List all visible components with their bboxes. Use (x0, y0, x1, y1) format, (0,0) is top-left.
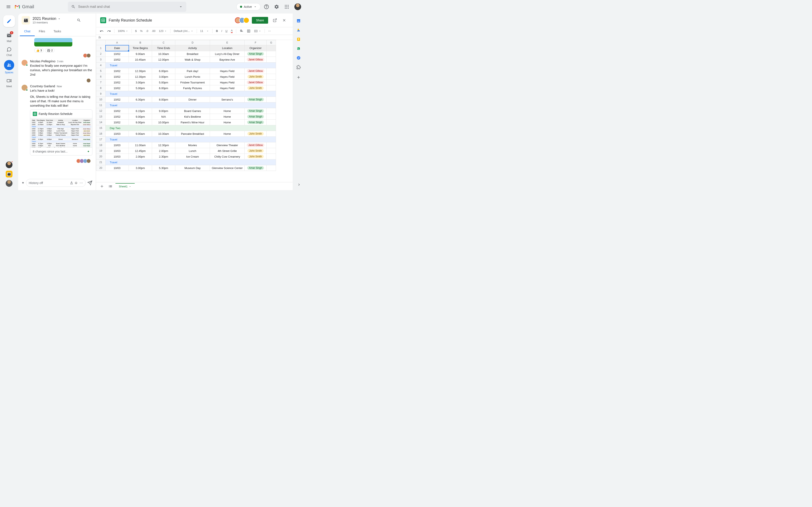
col-header[interactable]: E (210, 40, 245, 45)
cell[interactable] (267, 86, 276, 91)
cell[interactable]: Park day! (175, 68, 210, 74)
tab-chat[interactable]: Chat (20, 27, 35, 36)
cell[interactable]: 12.30pm (129, 68, 152, 74)
share-button[interactable]: Share (252, 17, 268, 24)
cell[interactable]: John Smith (245, 74, 267, 80)
cell[interactable]: 10/03 (105, 154, 129, 160)
cell[interactable]: Travel (105, 62, 276, 68)
document-title[interactable]: Family Reunion Schedule (109, 18, 234, 22)
cell[interactable]: 9.00pm (129, 114, 152, 120)
cell[interactable] (267, 120, 276, 125)
send-button[interactable] (87, 180, 92, 185)
cell[interactable]: Organizer (245, 45, 267, 51)
cell[interactable]: Lunch (175, 148, 210, 154)
cell[interactable]: Frisbee Tournament (175, 80, 210, 86)
nav-chat[interactable]: Chat (2, 44, 16, 58)
cell[interactable] (267, 143, 276, 148)
cell[interactable]: Janet Gilboa (245, 57, 267, 62)
cell[interactable] (267, 45, 276, 51)
cell[interactable]: Museum Day (175, 165, 210, 171)
cell[interactable]: 10/02 (105, 68, 129, 74)
cell[interactable]: 10.30am (152, 51, 175, 57)
cell[interactable]: 10/02 (105, 80, 129, 86)
cell[interactable]: 9.00am (129, 131, 152, 137)
cell[interactable] (267, 165, 276, 171)
cell[interactable]: 12.30pm (152, 143, 175, 148)
chat-image-preview[interactable] (34, 38, 72, 47)
col-header[interactable]: C (152, 40, 175, 45)
tab-files[interactable]: Files (35, 27, 49, 36)
cell[interactable]: Activity (175, 45, 210, 51)
search-options-icon[interactable] (179, 5, 183, 9)
cell[interactable]: 10.30am (152, 131, 175, 137)
nav-meet[interactable]: Meet (2, 76, 16, 90)
cell[interactable]: Amar Singh (245, 97, 267, 103)
cell[interactable]: Janet Gilboa (245, 80, 267, 86)
cell[interactable]: Glenview Theater (210, 143, 245, 148)
calendar-sidebar-button[interactable]: 31 (297, 18, 301, 23)
font-dropdown[interactable]: Default (Ari... (172, 29, 195, 34)
formula-bar[interactable]: fx (96, 35, 293, 40)
chat-shortcut-2[interactable]: 👨‍👩‍👧 (6, 171, 12, 177)
help-button[interactable] (262, 3, 271, 11)
row-header[interactable]: 1 (96, 45, 105, 51)
row-header[interactable]: 20 (96, 154, 105, 160)
cell[interactable]: 10/03 (105, 148, 129, 154)
cell[interactable]: Movies (175, 143, 210, 148)
cell[interactable]: Travel (105, 160, 276, 165)
cell[interactable] (267, 148, 276, 154)
text-color-button[interactable]: A (230, 28, 234, 34)
cell[interactable]: 10.45am (129, 57, 152, 62)
fill-color-button[interactable] (238, 28, 245, 34)
cell[interactable]: 6.30pm (129, 97, 152, 103)
reaction-thumbsup[interactable]: 👍3 (34, 48, 44, 53)
cell[interactable]: Board Games (175, 108, 210, 114)
cell[interactable]: Travel (105, 137, 276, 143)
cell[interactable]: Home (210, 131, 245, 137)
cell[interactable]: 10/02 (105, 57, 129, 62)
cell[interactable]: 10/02 (105, 114, 129, 120)
cell[interactable]: Hayes Field (210, 74, 245, 80)
cell[interactable]: 9.00pm (152, 108, 175, 114)
cell[interactable]: Serrano's (210, 97, 245, 103)
row-header[interactable]: 7 (96, 80, 105, 86)
open-new-button[interactable] (271, 16, 279, 24)
cell[interactable]: 10/03 (105, 165, 129, 171)
apps-button[interactable] (283, 3, 291, 11)
cell[interactable]: Travel (105, 91, 276, 97)
cell[interactable]: 10/03 (105, 143, 129, 148)
cell[interactable]: N/A (152, 114, 175, 120)
cell[interactable]: Janet Gilboa (245, 143, 267, 148)
cell[interactable]: Hayes Field (210, 68, 245, 74)
row-header[interactable]: 12 (96, 108, 105, 114)
increase-decimal-button[interactable]: .00 (150, 29, 157, 34)
gmail-logo[interactable]: Gmail (14, 4, 34, 10)
cell[interactable]: John Smith (245, 131, 267, 137)
account-avatar[interactable] (294, 3, 301, 10)
cell[interactable]: 2.00pm (152, 148, 175, 154)
sheet-attachment-card[interactable]: Family Reunion Schedule DateTime BeginsT… (30, 109, 92, 156)
cell[interactable]: Location (210, 45, 245, 51)
cell[interactable]: Time Begins (129, 45, 152, 51)
cell[interactable]: John Smith (245, 154, 267, 160)
cell[interactable]: Ice Cream (175, 154, 210, 160)
cell[interactable]: Amar Singh (245, 108, 267, 114)
tab-tasks[interactable]: Tasks (49, 27, 65, 36)
cell[interactable]: 12.00pm (152, 57, 175, 62)
cell[interactable]: 5.00pm (129, 86, 152, 91)
cell[interactable]: 4th Street Grille (210, 148, 245, 154)
space-title[interactable]: 2021 Reunion (33, 16, 72, 21)
add-sheet-button[interactable] (99, 183, 105, 189)
undo-button[interactable] (99, 28, 105, 34)
cell[interactable]: Bayview Ave (210, 57, 245, 62)
row-header[interactable]: 15 (96, 125, 105, 131)
addons-sidebar-button[interactable] (297, 65, 301, 69)
cell[interactable]: Hayes Field (210, 86, 245, 91)
cell[interactable] (267, 57, 276, 62)
cell[interactable]: Amar Singh (245, 120, 267, 125)
bold-button[interactable]: B (215, 29, 219, 34)
cell[interactable]: 10/02 (105, 74, 129, 80)
collapse-right-rail[interactable] (297, 182, 301, 187)
reaction-soccer[interactable]: ⚽2 (45, 48, 55, 53)
cell[interactable]: Amar Singh (245, 114, 267, 120)
